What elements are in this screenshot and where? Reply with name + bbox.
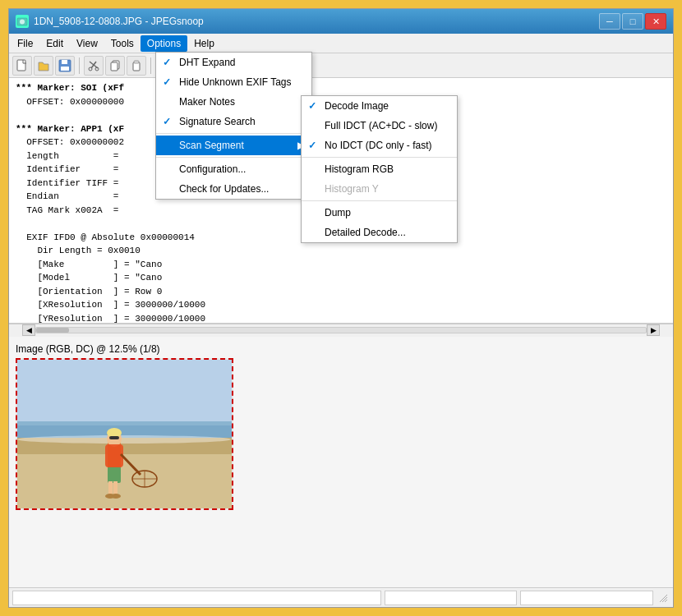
- hide-exif-label: Hide Unknown EXIF Tags: [179, 76, 292, 88]
- title-bar-controls: ─ □ ✕: [599, 13, 666, 30]
- hide-exif-check: ✓: [163, 76, 171, 88]
- cut-button[interactable]: [84, 56, 104, 76]
- menu-view[interactable]: View: [70, 35, 104, 52]
- scan-submenu: ✓ Decode Image Full IDCT (AC+DC - slow) …: [301, 95, 458, 243]
- toolbar-sep-1: [79, 57, 80, 74]
- svg-point-1: [20, 20, 25, 25]
- svg-line-45: [665, 600, 667, 602]
- scrollbar-thumb[interactable]: [36, 328, 69, 333]
- menu-help[interactable]: Help: [187, 35, 221, 52]
- new-button[interactable]: [12, 56, 32, 76]
- scan-sep2: [302, 200, 457, 201]
- svg-rect-23: [17, 360, 232, 425]
- image-section: Image (RGB, DC) @ 12.5% (1/8): [9, 337, 673, 588]
- full-idct-item[interactable]: Full IDCT (AC+DC - slow): [302, 116, 457, 136]
- window-title: 1DN_5908-12-0808.JPG - JPEGsnoop: [34, 16, 204, 27]
- no-idct-label: No IDCT (DC only - fast): [325, 140, 431, 151]
- title-bar-left: 1DN_5908-12-0808.JPG - JPEGsnoop: [16, 15, 204, 28]
- status-segment-3: [520, 591, 653, 605]
- histogram-y-label: Histogram Y: [325, 183, 379, 195]
- status-bar: [9, 587, 673, 607]
- signature-search-check: ✓: [163, 116, 171, 127]
- options-sep2: [156, 157, 311, 158]
- status-segment-2: [385, 591, 518, 605]
- no-idct-check: ✓: [308, 140, 316, 151]
- minimize-button[interactable]: ─: [599, 13, 620, 30]
- signature-search-label: Signature Search: [179, 116, 256, 127]
- svg-rect-5: [61, 67, 69, 71]
- check-updates-item[interactable]: Check for Updates...: [156, 179, 311, 199]
- open-button[interactable]: [34, 56, 53, 76]
- main-window: 1DN_5908-12-0808.JPG - JPEGsnoop ─ □ ✕ F…: [8, 8, 674, 608]
- histogram-y-item: Histogram Y: [302, 179, 457, 199]
- horizontal-scrollbar[interactable]: ◀ ▶: [9, 324, 673, 337]
- histogram-rgb-item[interactable]: Histogram RGB: [302, 159, 457, 179]
- no-idct-item[interactable]: ✓ No IDCT (DC only - fast): [302, 136, 457, 155]
- dht-expand-check: ✓: [163, 57, 171, 68]
- text-line: [YResolution ] = 3000000/10000: [16, 312, 666, 324]
- svg-rect-4: [62, 60, 67, 64]
- detailed-decode-item[interactable]: Detailed Decode...: [302, 223, 457, 242]
- scan-segment-label: Scan Segment: [179, 140, 244, 151]
- svg-point-8: [89, 67, 92, 71]
- scan-segment-item[interactable]: Scan Segment ▶: [156, 136, 311, 155]
- text-line: [Orientation ] = Row 0: [16, 285, 666, 299]
- text-line: *** Marker: SOI (xFf: [16, 81, 666, 95]
- decode-image-label: Decode Image: [325, 100, 389, 112]
- close-button[interactable]: ✕: [645, 13, 666, 30]
- menu-edit[interactable]: Edit: [39, 35, 70, 52]
- scrollbar-track[interactable]: [35, 327, 647, 333]
- options-sep: [156, 133, 311, 134]
- maker-notes-item[interactable]: Maker Notes: [156, 92, 311, 112]
- configuration-label: Configuration...: [179, 163, 246, 175]
- full-idct-label: Full IDCT (AC+DC - slow): [325, 120, 437, 131]
- menubar: File Edit View Tools Options Help ✓ DHT …: [9, 34, 673, 53]
- hide-exif-item[interactable]: ✓ Hide Unknown EXIF Tags: [156, 72, 311, 92]
- toolbar-sep-2: [150, 57, 151, 74]
- svg-rect-33: [108, 467, 121, 483]
- scan-sep: [302, 157, 457, 158]
- text-line: Dir Length = 0x0010: [16, 244, 666, 258]
- dht-expand-item[interactable]: ✓ DHT Expand: [156, 53, 311, 72]
- configuration-item[interactable]: Configuration...: [156, 159, 311, 179]
- svg-rect-11: [111, 62, 118, 71]
- app-icon: [16, 15, 29, 28]
- maker-notes-label: Maker Notes: [179, 96, 235, 108]
- image-container: [16, 358, 233, 510]
- menu-tools[interactable]: Tools: [104, 35, 141, 52]
- menu-file[interactable]: File: [11, 35, 39, 52]
- dump-label: Dump: [325, 207, 351, 218]
- svg-rect-12: [133, 62, 140, 71]
- svg-line-7: [91, 62, 96, 68]
- save-button[interactable]: [55, 56, 75, 76]
- text-line: [Model ] = "Cano: [16, 271, 666, 285]
- svg-rect-13: [134, 61, 139, 63]
- maximize-button[interactable]: □: [622, 13, 643, 30]
- svg-rect-32: [109, 436, 119, 439]
- svg-rect-2: [17, 60, 25, 71]
- resize-grip[interactable]: [657, 591, 670, 605]
- dht-expand-label: DHT Expand: [179, 57, 235, 68]
- svg-point-28: [17, 435, 231, 444]
- scroll-left-button[interactable]: ◀: [22, 324, 35, 336]
- decode-image-item[interactable]: ✓ Decode Image: [302, 96, 457, 116]
- paste-button[interactable]: [127, 56, 146, 76]
- scroll-right-button[interactable]: ▶: [647, 324, 660, 336]
- signature-search-item[interactable]: ✓ Signature Search: [156, 112, 311, 131]
- toolbar: [9, 53, 673, 78]
- decode-image-check: ✓: [308, 100, 316, 112]
- svg-rect-36: [105, 444, 123, 467]
- detailed-decode-label: Detailed Decode...: [325, 227, 406, 238]
- image-preview: [17, 360, 232, 508]
- menu-options[interactable]: Options: [141, 35, 187, 52]
- text-line: [XResolution ] = 3000000/10000: [16, 298, 666, 312]
- histogram-rgb-label: Histogram RGB: [325, 163, 394, 175]
- status-segment-1: [12, 591, 381, 605]
- dump-item[interactable]: Dump: [302, 203, 457, 223]
- check-updates-label: Check for Updates...: [179, 183, 269, 195]
- text-line: [Make ] = "Cano: [16, 258, 666, 272]
- title-bar: 1DN_5908-12-0808.JPG - JPEGsnoop ─ □ ✕: [9, 9, 673, 34]
- copy-button[interactable]: [105, 56, 125, 76]
- svg-point-42: [111, 494, 121, 499]
- svg-line-44: [662, 597, 667, 602]
